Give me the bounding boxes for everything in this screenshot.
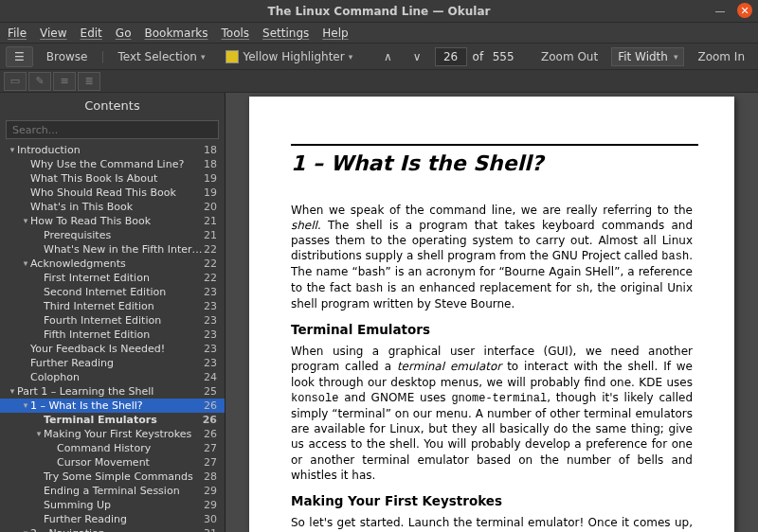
toc-item[interactable]: Try Some Simple Commands28 <box>0 470 225 484</box>
toc-item[interactable]: ▾Part 1 – Learning the Shell25 <box>0 384 225 399</box>
toc-item-page: 31 <box>204 528 217 532</box>
text-selection-button[interactable]: Text Selection ▾ <box>111 46 213 67</box>
toc-item-label: What This Book Is About <box>30 173 204 184</box>
browse-button[interactable]: Browse <box>39 46 96 67</box>
toc-item[interactable]: What This Book Is About19 <box>0 171 225 186</box>
zoom-mode-select[interactable]: Fit Width▾ <box>611 47 684 66</box>
expand-arrow-icon[interactable]: ▾ <box>8 387 17 396</box>
toc-item-page: 23 <box>204 287 217 297</box>
toc-item-label: Terminal Emulators <box>44 415 203 425</box>
menu-settings[interactable]: Settings <box>262 27 309 40</box>
menu-file[interactable]: File <box>8 27 27 40</box>
page-number-input[interactable] <box>435 47 467 66</box>
chevron-down-icon: ▾ <box>674 52 678 62</box>
toc-item[interactable]: Who Should Read This Book19 <box>0 186 225 200</box>
toc-item-label: Further Reading <box>30 358 204 368</box>
annot-tool-3[interactable]: ≡ <box>53 72 76 91</box>
titlebar: The Linux Command Line — Okular — ✕ <box>0 0 758 23</box>
toc-item-page: 27 <box>204 443 217 453</box>
prev-page-button[interactable]: ∧ <box>376 46 400 67</box>
sidebar: Contents ▾Introduction18Why Use the Comm… <box>0 93 226 532</box>
toc-item[interactable]: Command History27 <box>0 441 225 455</box>
annotation-toolbar: ▭ ✎ ≡ ≣ <box>0 70 758 93</box>
expand-arrow-icon[interactable]: ▾ <box>8 146 17 154</box>
toc-item-label: Who Should Read This Book <box>30 187 204 198</box>
toc-item-page: 21 <box>204 230 217 240</box>
menu-tools[interactable]: Tools <box>222 27 250 40</box>
annot-tool-2[interactable]: ✎ <box>28 72 51 91</box>
toc-item-page: 26 <box>203 415 217 425</box>
toc-item-page: 23 <box>204 301 217 311</box>
toc-item[interactable]: First Internet Edition22 <box>0 271 225 285</box>
toc-item[interactable]: ▾How To Read This Book21 <box>0 214 225 228</box>
toc-item[interactable]: Second Internet Edition23 <box>0 285 225 299</box>
chevron-down-icon: ▾ <box>201 52 206 62</box>
annot-tool-1[interactable]: ▭ <box>4 72 27 91</box>
toc-item[interactable]: Why Use the Command Line?18 <box>0 157 225 171</box>
expand-arrow-icon[interactable]: ▾ <box>21 217 30 225</box>
toc-item-page: 26 <box>204 400 217 411</box>
highlighter-swatch-icon <box>226 50 239 63</box>
body-paragraph: So let's get started. Launch the termina… <box>291 515 693 532</box>
toc-item[interactable]: Prerequisites21 <box>0 228 225 242</box>
toc-item-page: 22 <box>204 273 217 283</box>
toc-item-page: 23 <box>204 315 217 326</box>
zoom-in-button[interactable]: Zoom In <box>690 46 752 67</box>
toc-item-label: Part 1 – Learning the Shell <box>17 386 204 397</box>
toc-item[interactable]: Further Reading23 <box>0 356 225 370</box>
body-paragraph: When we speak of the command line, we ar… <box>291 203 693 311</box>
menu-go[interactable]: Go <box>116 27 132 40</box>
expand-arrow-icon[interactable]: ▾ <box>21 259 30 268</box>
toc-item[interactable]: Summing Up29 <box>0 498 225 512</box>
menu-view[interactable]: View <box>40 27 66 40</box>
toc-item-label: Making Your First Keystrokes <box>44 429 204 439</box>
toc-item[interactable]: Ending a Terminal Session29 <box>0 484 225 498</box>
toc-tree[interactable]: ▾Introduction18Why Use the Command Line?… <box>0 143 225 532</box>
window-title: The Linux Command Line — Okular <box>268 5 491 18</box>
toc-item[interactable]: ▾Acknowledgments22 <box>0 257 225 271</box>
toc-item[interactable]: Colophon24 <box>0 370 225 384</box>
page-total: 555 <box>489 50 517 63</box>
toc-item[interactable]: Fourth Internet Edition23 <box>0 313 225 328</box>
toc-item[interactable]: ▾Introduction18 <box>0 143 225 157</box>
toc-item[interactable]: ▾2 – Navigation31 <box>0 526 225 532</box>
menu-bookmarks[interactable]: Bookmarks <box>144 27 208 40</box>
toc-item-label: Third Internet Edition <box>44 301 204 311</box>
document-view[interactable]: 1 – What Is the Shell? When we speak of … <box>226 93 758 532</box>
toc-item[interactable]: Terminal Emulators26 <box>0 413 225 427</box>
toc-item[interactable]: Third Internet Edition23 <box>0 299 225 313</box>
toc-item[interactable]: What's in This Book20 <box>0 200 225 214</box>
toc-item[interactable]: Fifth Internet Edition23 <box>0 328 225 342</box>
next-page-button[interactable]: ∨ <box>406 46 429 67</box>
toc-item-page: 23 <box>204 344 217 354</box>
toc-item[interactable]: ▾Making Your First Keystrokes26 <box>0 427 225 441</box>
toc-item[interactable]: Your Feedback Is Needed!23 <box>0 342 225 356</box>
menu-edit[interactable]: Edit <box>81 27 102 40</box>
highlighter-button[interactable]: Yellow Highlighter ▾ <box>218 46 360 67</box>
expand-arrow-icon[interactable]: ▾ <box>21 401 30 410</box>
main-toolbar: ☰ Browse | Text Selection ▾ Yellow Highl… <box>0 44 758 70</box>
toc-item-label: 1 – What Is the Shell? <box>30 400 204 411</box>
toc-item-page: 20 <box>204 202 217 212</box>
toc-item[interactable]: ▾1 – What Is the Shell?26 <box>0 399 225 413</box>
toc-item-label: How To Read This Book <box>30 216 204 226</box>
toc-item[interactable]: Cursor Movement27 <box>0 455 225 470</box>
zoom-out-button[interactable]: Zoom Out <box>533 46 605 67</box>
close-button[interactable]: ✕ <box>737 3 752 18</box>
minimize-button[interactable]: — <box>713 3 728 18</box>
toc-item-page: 23 <box>204 358 217 368</box>
toc-item-label: Try Some Simple Commands <box>44 471 204 482</box>
toc-item-label: Why Use the Command Line? <box>30 159 204 169</box>
toc-item-label: Command History <box>57 443 204 453</box>
toc-item-label: Cursor Movement <box>57 457 204 468</box>
sidebar-toggle-button[interactable]: ☰ <box>6 46 33 67</box>
toc-item-label: Further Reading <box>44 514 204 524</box>
toc-item-label: What's New in the Fifth Internet Ed... <box>44 244 204 255</box>
expand-arrow-icon[interactable]: ▾ <box>34 430 44 438</box>
annot-tool-4[interactable]: ≣ <box>78 72 100 91</box>
toc-item[interactable]: What's New in the Fifth Internet Ed...22 <box>0 242 225 257</box>
toc-item-label: Fifth Internet Edition <box>44 329 204 340</box>
toc-item[interactable]: Further Reading30 <box>0 512 225 526</box>
menu-help[interactable]: Help <box>322 27 348 40</box>
toc-search-input[interactable] <box>6 120 219 139</box>
